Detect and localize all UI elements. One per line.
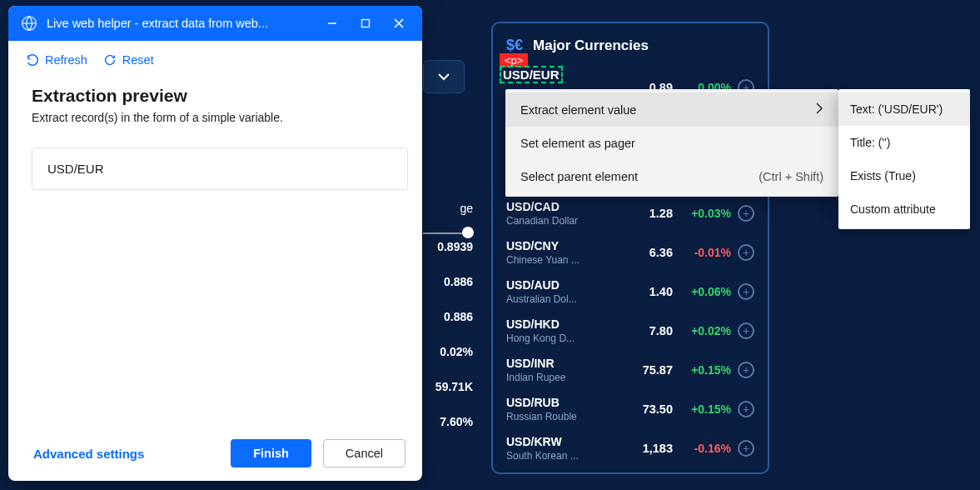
currency-value: 75.87 — [624, 363, 673, 377]
currency-symbol: USD/KRW — [506, 435, 624, 448]
currency-desc: Russian Rouble — [506, 411, 624, 422]
stat-2: 0.886 — [423, 310, 473, 323]
currency-desc: Canadian Dollar — [506, 215, 624, 227]
stat-5: 7.60% — [423, 415, 473, 428]
minimize-button[interactable] — [316, 6, 349, 41]
add-currency-button[interactable]: + — [738, 322, 754, 339]
stat-0: 0.8939 — [423, 240, 473, 253]
add-currency-button[interactable]: + — [738, 440, 754, 457]
dialog-titlebar[interactable]: Live web helper - extract data from web.… — [8, 6, 422, 41]
add-currency-button[interactable]: + — [738, 205, 754, 222]
preview-heading: Extraction preview — [32, 86, 399, 106]
currency-symbol: USD/CNY — [506, 239, 624, 252]
close-icon — [393, 18, 405, 29]
stat-1: 0.886 — [423, 275, 473, 288]
range-slider-knob[interactable] — [462, 227, 474, 238]
menu-select-parent[interactable]: Select parent element (Ctrl + Shift) — [505, 160, 838, 193]
currency-value: 73.50 — [624, 402, 673, 416]
currency-pct: -0.16% — [673, 442, 733, 455]
currency-symbol: USD/INR — [506, 357, 624, 370]
currency-desc: South Korean ... — [506, 450, 624, 462]
submenu-exists[interactable]: Exists (True) — [838, 159, 970, 192]
add-currency-button[interactable]: + — [738, 283, 754, 300]
reset-button[interactable]: Reset — [102, 52, 154, 68]
currency-pct: +0.06% — [673, 285, 733, 298]
context-submenu-values: Text: ('USD/EUR') Title: ('') Exists (Tr… — [838, 89, 970, 229]
add-currency-button[interactable]: + — [738, 244, 754, 261]
extracted-value-card: USD/EUR — [32, 148, 408, 190]
currency-row[interactable]: USD/AUDAustralian Dol...1.40+0.06%+ — [506, 272, 754, 311]
globe-icon — [20, 14, 38, 32]
svg-rect-2 — [362, 20, 370, 28]
currency-symbol: USD/AUD — [506, 278, 624, 292]
currency-pct: +0.02% — [673, 324, 733, 338]
maximize-icon — [361, 18, 371, 28]
currency-row[interactable]: USD/KRWSouth Korean ...1,183-0.16%+ — [506, 428, 754, 468]
currency-pct: -0.01% — [673, 246, 733, 259]
currency-desc: Chinese Yuan ... — [506, 254, 624, 266]
currency-pct: +0.15% — [673, 402, 733, 416]
currency-row[interactable]: USD/RUBRussian Rouble73.50+0.15%+ — [506, 389, 754, 428]
currency-value: 6.36 — [624, 246, 673, 259]
stat-4: 59.71K — [423, 380, 473, 393]
refresh-icon — [25, 52, 40, 68]
currency-row[interactable]: USD/CNYChinese Yuan ...6.36-0.01%+ — [506, 232, 754, 272]
add-currency-button[interactable]: + — [738, 362, 754, 378]
currency-value: 1,183 — [624, 442, 673, 455]
stat-3: 0.02% — [423, 345, 473, 358]
close-button[interactable] — [382, 6, 415, 41]
refresh-label: Refresh — [45, 53, 87, 67]
currency-pct: +0.03% — [673, 207, 733, 220]
reset-icon — [102, 52, 117, 68]
currency-desc: Hong Kong D... — [506, 332, 624, 344]
advanced-settings-link[interactable]: Advanced settings — [33, 447, 219, 461]
currency-value: 1.40 — [624, 285, 673, 298]
cancel-button[interactable]: Cancel — [323, 439, 405, 468]
reset-label: Reset — [122, 53, 154, 67]
currency-row[interactable]: USD/CADCanadian Dollar1.28+0.03%+ — [506, 193, 754, 232]
chevron-down-icon — [437, 70, 450, 83]
selection-overlay: <p> USD/EUR — [500, 52, 563, 83]
currency-desc: Australian Dol... — [506, 293, 624, 305]
finish-button[interactable]: Finish — [231, 439, 311, 468]
menu-extract-value[interactable]: Extract element value — [505, 92, 838, 127]
submenu-custom[interactable]: Custom attribute — [838, 192, 970, 226]
context-menu-extract: Extract element value Set element as pag… — [505, 89, 838, 197]
chevron-right-icon — [815, 102, 823, 117]
dialog-title: Live web helper - extract data from web.… — [47, 17, 316, 30]
currency-symbol: USD/CAD — [506, 200, 624, 213]
menu-set-pager[interactable]: Set element as pager — [505, 127, 838, 160]
currency-value: 7.80 — [624, 324, 673, 338]
submenu-title[interactable]: Title: ('') — [838, 126, 970, 159]
submenu-text[interactable]: Text: ('USD/EUR') — [838, 92, 970, 126]
preview-sub: Extract record(s) in the form of a simpl… — [32, 111, 399, 124]
panel-title: Major Currencies — [533, 38, 649, 54]
currency-pct: +0.15% — [673, 363, 733, 377]
live-web-helper-dialog: Live web helper - extract data from web.… — [8, 6, 422, 481]
maximize-button[interactable] — [349, 6, 382, 41]
panel-dropdown[interactable] — [423, 60, 465, 93]
currency-symbol: USD/HKD — [506, 318, 624, 331]
currency-desc: Indian Rupee — [506, 372, 624, 383]
slider-label: ge — [423, 202, 473, 218]
minimize-icon — [326, 18, 338, 29]
add-currency-button[interactable]: + — [738, 401, 754, 418]
currency-value: 1.28 — [624, 207, 673, 220]
currency-row[interactable]: USD/INRIndian Rupee75.87+0.15%+ — [506, 350, 754, 389]
refresh-button[interactable]: Refresh — [25, 52, 87, 68]
currency-symbol: USD/RUB — [506, 396, 624, 409]
selection-target[interactable]: USD/EUR — [500, 66, 563, 83]
currency-icon: $€ — [506, 37, 523, 54]
currency-row[interactable]: USD/HKDHong Kong D...7.80+0.02%+ — [506, 311, 754, 350]
